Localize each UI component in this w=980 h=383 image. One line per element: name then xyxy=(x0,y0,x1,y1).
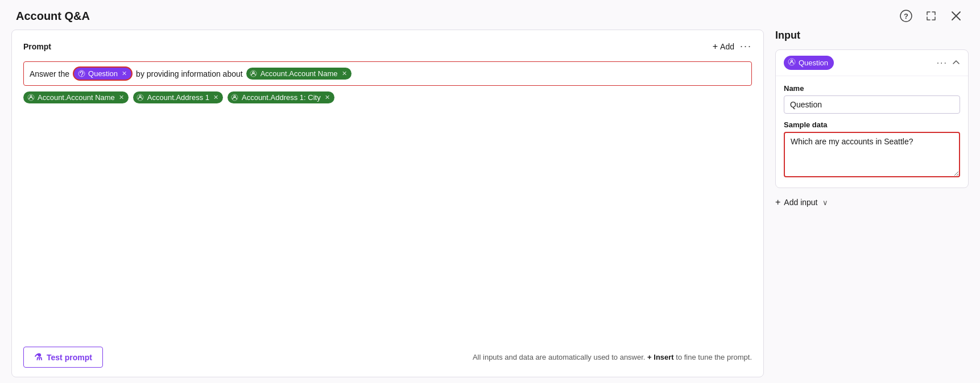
account-name-chip-2-icon xyxy=(27,94,35,102)
input-panel-title: Input xyxy=(775,30,969,49)
input-card-body: Name Sample data Which are my accounts i… xyxy=(776,76,968,188)
input-card-chip: Question xyxy=(784,56,834,70)
add-button[interactable]: + Add xyxy=(713,41,734,52)
address-chip-close[interactable]: ✕ xyxy=(213,94,218,101)
main-layout: Prompt + Add ··· Answer the xyxy=(0,30,980,383)
svg-point-13 xyxy=(791,60,793,62)
flask-icon: ⚗ xyxy=(34,352,42,363)
prompt-row-1: Answer the Question ✕ by providing infor… xyxy=(23,61,752,86)
question-chip-icon xyxy=(77,70,85,78)
svg-point-5 xyxy=(253,72,254,73)
city-chip-icon xyxy=(231,94,239,102)
name-field-label: Name xyxy=(784,84,960,93)
test-prompt-label: Test prompt xyxy=(47,353,92,362)
city-chip-label: Account.Address 1: City xyxy=(242,93,321,102)
name-field-input[interactable] xyxy=(784,95,960,114)
svg-point-7 xyxy=(30,95,32,97)
prompt-label: Prompt xyxy=(23,42,51,51)
svg-text:?: ? xyxy=(904,12,908,20)
add-input-chevron-icon: ∨ xyxy=(822,198,828,207)
test-prompt-button[interactable]: ⚗ Test prompt xyxy=(23,347,103,368)
question-chip[interactable]: Question ✕ xyxy=(73,66,133,81)
prompt-panel: Prompt + Add ··· Answer the xyxy=(11,30,764,377)
address-chip-label: Account.Address 1 xyxy=(147,93,209,102)
name-field-group: Name xyxy=(784,84,960,114)
svg-point-9 xyxy=(139,95,141,97)
input-card-header: Question ··· xyxy=(776,50,968,76)
prompt-text-2: by providing information about xyxy=(136,69,243,78)
add-input-label: Add input xyxy=(784,198,817,207)
input-card-chip-label: Question xyxy=(799,59,828,67)
header: Account Q&A ? xyxy=(0,0,980,30)
add-input-row[interactable]: + Add input ∨ xyxy=(775,197,969,207)
svg-point-3 xyxy=(81,76,81,76)
city-chip-close[interactable]: ✕ xyxy=(325,94,330,101)
address-chip[interactable]: Account.Address 1 ✕ xyxy=(133,91,223,103)
prompt-footer: ⚗ Test prompt All inputs and data are au… xyxy=(23,339,752,368)
add-input-plus-icon: + xyxy=(775,197,780,207)
sample-data-label: Sample data xyxy=(784,120,960,129)
city-chip[interactable]: Account.Address 1: City ✕ xyxy=(228,91,334,103)
input-panel: Input Question ··· xyxy=(775,30,969,377)
question-chip-close[interactable]: ✕ xyxy=(122,70,127,77)
footer-note: All inputs and data are automatically us… xyxy=(473,353,752,361)
expand-icon[interactable] xyxy=(923,8,939,24)
input-card-actions: ··· xyxy=(937,58,960,68)
close-icon[interactable] xyxy=(948,8,964,24)
header-icons: ? xyxy=(898,8,964,24)
account-name-chip-2-label: Account.Account Name xyxy=(38,93,115,102)
sample-data-textarea[interactable]: Which are my accounts in Seattle? xyxy=(784,132,960,177)
svg-point-11 xyxy=(234,95,235,97)
account-name-chip-2-close[interactable]: ✕ xyxy=(119,94,124,101)
prompt-content: Answer the Question ✕ by providing infor… xyxy=(23,61,752,339)
address-chip-icon xyxy=(137,94,144,102)
account-name-chip-2[interactable]: Account.Account Name ✕ xyxy=(23,91,129,103)
input-card-more-button[interactable]: ··· xyxy=(937,58,948,68)
input-card-collapse-button[interactable] xyxy=(952,58,960,68)
plus-icon: + xyxy=(713,41,718,52)
prompt-header-actions: + Add ··· xyxy=(713,40,752,52)
question-chip-label: Question xyxy=(88,69,118,78)
prompt-header: Prompt + Add ··· xyxy=(23,40,752,52)
input-card: Question ··· Name Sample xyxy=(775,49,969,188)
help-icon[interactable]: ? xyxy=(898,8,914,24)
account-name-chip-1-icon xyxy=(250,70,258,78)
input-card-chip-icon xyxy=(788,58,796,68)
more-options-button[interactable]: ··· xyxy=(740,40,752,52)
account-name-chip-1-close[interactable]: ✕ xyxy=(342,70,347,77)
sample-data-field-group: Sample data Which are my accounts in Sea… xyxy=(784,120,960,180)
prompt-text-1: Answer the xyxy=(30,69,69,78)
page-title: Account Q&A xyxy=(16,10,90,23)
account-name-chip-1[interactable]: Account.Account Name ✕ xyxy=(246,68,352,80)
chips-row: Account.Account Name ✕ Account.Address 1… xyxy=(23,91,752,103)
account-name-chip-1-label: Account.Account Name xyxy=(260,69,338,78)
